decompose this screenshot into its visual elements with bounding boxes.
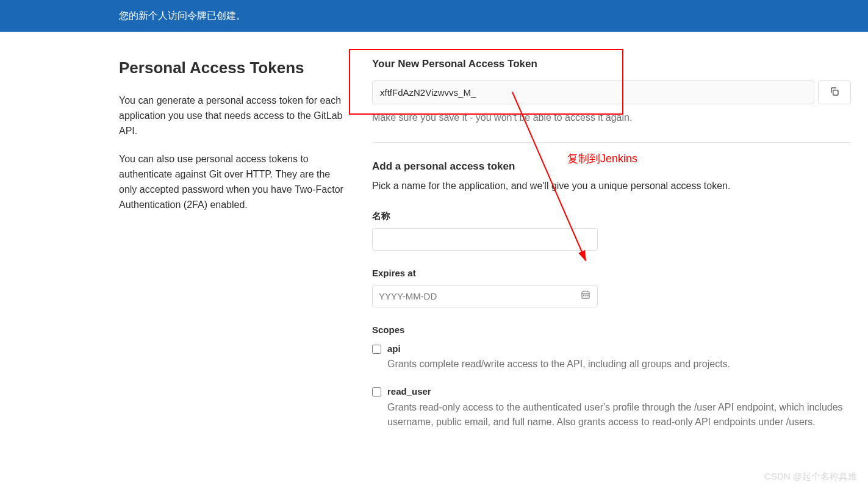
token-warning-text: Make sure you save it - you won't be abl… — [372, 110, 851, 125]
copy-icon — [829, 86, 840, 99]
page-title: Personal Access Tokens — [119, 56, 348, 80]
main-content: 复制到Jenkins Your New Personal Access Toke… — [372, 56, 851, 443]
scope-item-read-user: read_user Grants read-only access to the… — [372, 385, 851, 429]
expires-input-wrap — [372, 285, 598, 307]
new-token-heading: Your New Personal Access Token — [372, 56, 851, 72]
banner-text: 您的新个人访问令牌已创建。 — [119, 10, 246, 21]
scopes-field-label: Scopes — [372, 323, 851, 337]
expires-field-label: Expires at — [372, 267, 851, 281]
scope-checkbox-read-user[interactable] — [372, 387, 381, 396]
sidebar: Personal Access Tokens You can generate … — [119, 56, 348, 443]
add-token-description: Pick a name for the application, and we'… — [372, 179, 851, 193]
scope-name: read_user — [387, 385, 851, 399]
sidebar-paragraph: You can also use personal access tokens … — [119, 152, 348, 212]
name-field-label: 名称 — [372, 209, 851, 223]
scope-checkbox-api[interactable] — [372, 345, 381, 354]
expires-input[interactable] — [372, 285, 598, 307]
scope-name: api — [387, 342, 851, 356]
scope-description: Grants read-only access to the authentic… — [387, 400, 851, 429]
scope-item-api: api Grants complete read/write access to… — [372, 342, 851, 372]
svg-rect-1 — [833, 90, 838, 95]
copy-token-button[interactable] — [818, 81, 851, 104]
sidebar-paragraph: You can generate a personal access token… — [119, 93, 348, 138]
add-token-heading: Add a personal access token — [372, 159, 851, 174]
main-container: Personal Access Tokens You can generate … — [0, 32, 868, 467]
token-row — [372, 81, 851, 104]
name-input[interactable] — [372, 228, 598, 251]
scope-description: Grants complete read/write access to the… — [387, 357, 851, 371]
divider — [372, 142, 851, 143]
notification-banner: 您的新个人访问令牌已创建。 — [0, 0, 868, 32]
token-value-input[interactable] — [372, 81, 814, 104]
